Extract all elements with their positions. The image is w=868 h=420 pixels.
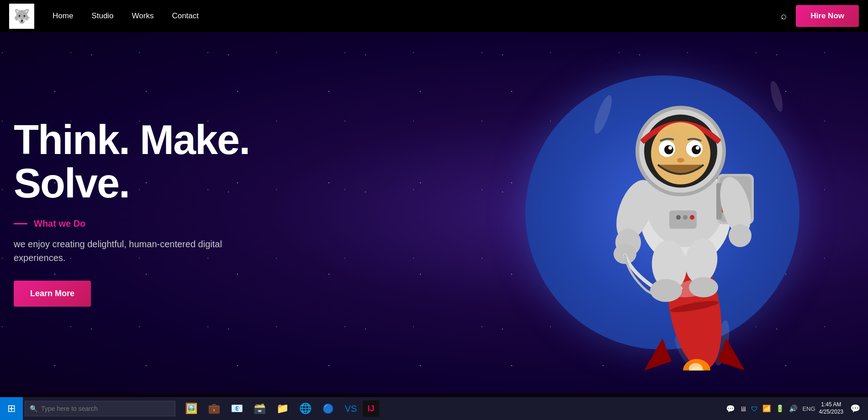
hero-illustration [457,34,868,391]
search-input[interactable] [41,405,160,412]
search-button[interactable]: ⌕ [781,10,787,22]
hero-description: we enjoy creating delightful, human-cent… [14,237,270,265]
discord-icon: 💬 [726,404,735,413]
logo[interactable]: 🐺 [9,4,34,29]
navbar: 🐺 Home Studio Works Contact ⌕ Hire Now [0,0,868,32]
svg-point-29 [668,146,672,150]
hero-title-line1: Think. Make. [14,117,249,163]
svg-point-40 [689,277,718,298]
svg-point-31 [677,158,684,163]
svg-point-27 [664,145,673,154]
picture-app-icon[interactable]: 🗃️ [249,398,270,420]
folder-app-icon[interactable]: 📁 [271,398,293,420]
logo-icon: 🐺 [13,8,30,24]
hero-content: Think. Make. Solve. What we Do we enjoy … [0,118,270,307]
briefcase-app-icon[interactable]: 💼 [203,398,225,420]
nav-works[interactable]: Works [132,11,154,21]
search-icon: 🔍 [30,405,37,412]
svg-point-4 [768,80,785,113]
hero-section: Think. Make. Solve. What we Do we enjoy … [0,32,868,393]
svg-point-42 [676,215,681,220]
edge-app-icon[interactable]: 🌐 [294,398,316,420]
clock[interactable]: 1:45 AM 4/25/2023 [819,401,843,415]
language-label: ENG [802,405,815,412]
photo-app-icon[interactable]: 🖼️ [180,398,202,420]
svg-rect-41 [669,211,697,229]
tagline-line [14,223,27,224]
notification-button[interactable]: 💬 [847,400,863,417]
nav-links: Home Studio Works Contact [53,11,781,21]
svg-point-3 [591,93,615,136]
nav-home[interactable]: Home [53,11,73,21]
svg-point-24 [651,122,710,185]
system-icons: 💬 🖥 🛡 📶 🔋 🔊 ENG [726,404,815,413]
chrome-app-icon[interactable]: 🔵 [317,398,339,420]
clock-date: 4/25/2023 [819,409,843,416]
hire-now-button[interactable]: Hire Now [796,5,859,27]
taskbar-apps: 🖼️ 💼 📧 🗃️ 📁 🌐 🔵 VS IJ [180,398,379,420]
mail-app-icon[interactable]: 📧 [226,398,248,420]
hero-title-line2: Solve. [14,160,129,206]
start-button[interactable]: ⊞ [0,397,23,420]
vscode-app-icon[interactable]: VS [340,398,362,420]
wifi-icon: 📶 [762,404,771,413]
windows-icon: ⊞ [7,403,16,415]
shield-icon: 🛡 [751,405,758,413]
monitor-icon: 🖥 [740,405,746,413]
svg-marker-6 [644,339,672,371]
nav-right: ⌕ Hire Now [781,5,859,27]
intellij-app-icon[interactable]: IJ [363,400,379,417]
clock-time: 1:45 AM [819,401,843,409]
svg-point-30 [696,146,699,150]
taskbar-right: 💬 🖥 🛡 📶 🔋 🔊 ENG 1:45 AM 4/25/2023 💬 [721,400,868,417]
learn-more-button[interactable]: Learn More [14,281,91,307]
volume-icon: 🔊 [789,404,798,413]
svg-point-44 [690,215,694,220]
svg-point-43 [683,215,688,220]
battery-icon: 🔋 [776,404,784,413]
taskbar-search[interactable]: 🔍 [25,401,175,416]
nav-contact[interactable]: Contact [172,11,199,21]
svg-point-36 [729,224,752,247]
svg-point-39 [650,279,682,302]
tagline-row: What we Do [14,218,270,229]
nav-studio[interactable]: Studio [91,11,113,21]
svg-point-28 [692,145,701,154]
tagline-text: What we Do [34,218,85,229]
hero-title: Think. Make. Solve. [14,118,270,205]
astronaut-svg [512,42,831,371]
taskbar: ⊞ 🔍 🖼️ 💼 📧 🗃️ 📁 🌐 🔵 VS IJ 💬 🖥 🛡 📶 🔋 🔊 EN… [0,397,868,420]
